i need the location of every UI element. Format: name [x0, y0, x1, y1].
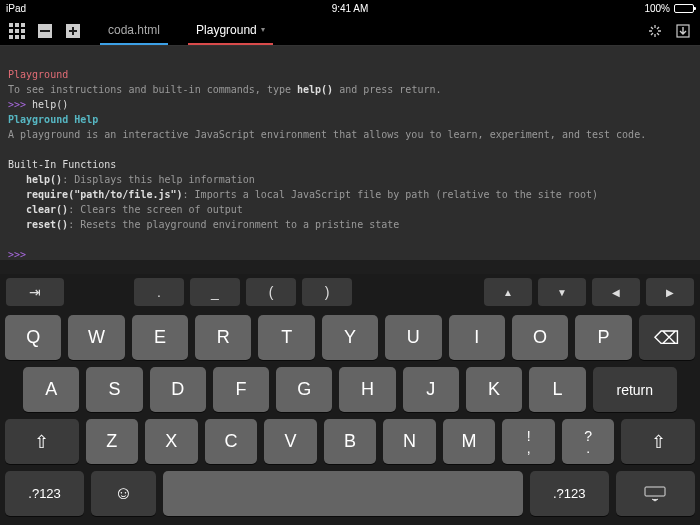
console[interactable]: Playground To see instructions and built…: [0, 46, 700, 260]
keyboard-row-4: .?123 ☺ .?123: [5, 471, 695, 516]
key-e[interactable]: E: [132, 315, 188, 360]
rparen-key[interactable]: ): [302, 278, 352, 306]
key-b[interactable]: B: [324, 419, 377, 464]
svg-rect-10: [40, 30, 50, 32]
svg-rect-6: [9, 35, 13, 39]
key-t[interactable]: T: [258, 315, 314, 360]
tab-file[interactable]: coda.html: [100, 16, 168, 45]
key-g[interactable]: G: [276, 367, 332, 412]
add-icon[interactable]: [62, 20, 84, 42]
battery-icon: [674, 4, 694, 13]
toolbar: coda.html Playground▾: [0, 16, 700, 46]
keyboard-row-3: ⇧ Z X C V B N M !, ?. ⇧: [5, 419, 695, 464]
space-key[interactable]: [163, 471, 523, 516]
key-d[interactable]: D: [150, 367, 206, 412]
key-y[interactable]: Y: [322, 315, 378, 360]
keyboard: ⇥ . _ ( ) ▲ ▼ ◀ ▶ Q W E R T Y U I O P ⌫ …: [0, 274, 700, 525]
key-a[interactable]: A: [23, 367, 79, 412]
tab-file-label: coda.html: [108, 23, 160, 37]
folder-icon[interactable]: [34, 20, 56, 42]
prompt-cursor: >>>: [8, 249, 26, 260]
numbers-key-left[interactable]: .?123: [5, 471, 84, 516]
return-key[interactable]: return: [593, 367, 677, 412]
key-comma[interactable]: !,: [502, 419, 555, 464]
key-o[interactable]: O: [512, 315, 568, 360]
device-label: iPad: [6, 3, 26, 14]
tab-key[interactable]: ⇥: [6, 278, 64, 306]
svg-rect-13: [69, 30, 77, 32]
key-n[interactable]: N: [383, 419, 436, 464]
svg-rect-15: [645, 487, 665, 496]
underscore-key[interactable]: _: [190, 278, 240, 306]
svg-rect-7: [15, 35, 19, 39]
chevron-down-icon: ▾: [261, 25, 265, 34]
shift-key-right[interactable]: ⇧: [621, 419, 695, 464]
key-s[interactable]: S: [86, 367, 142, 412]
right-arrow-key[interactable]: ▶: [646, 278, 694, 306]
key-p[interactable]: P: [575, 315, 631, 360]
backspace-key[interactable]: ⌫: [639, 315, 695, 360]
help-title: Playground Help: [8, 114, 98, 125]
key-period[interactable]: ?.: [562, 419, 615, 464]
svg-rect-0: [9, 23, 13, 27]
numbers-key-right[interactable]: .?123: [530, 471, 609, 516]
grid-icon[interactable]: [6, 20, 28, 42]
key-l[interactable]: L: [529, 367, 585, 412]
emoji-key[interactable]: ☺: [91, 471, 156, 516]
key-i[interactable]: I: [449, 315, 505, 360]
svg-rect-1: [15, 23, 19, 27]
key-x[interactable]: X: [145, 419, 198, 464]
key-w[interactable]: W: [68, 315, 124, 360]
key-j[interactable]: J: [403, 367, 459, 412]
key-k[interactable]: K: [466, 367, 522, 412]
keyboard-accessory: ⇥ . _ ( ) ▲ ▼ ◀ ▶: [0, 274, 700, 310]
svg-rect-2: [21, 23, 25, 27]
download-icon[interactable]: [672, 20, 694, 42]
svg-rect-4: [15, 29, 19, 33]
dot-key[interactable]: .: [134, 278, 184, 306]
battery-percent: 100%: [644, 3, 670, 14]
tab-playground-label: Playground: [196, 23, 257, 37]
svg-rect-5: [21, 29, 25, 33]
key-v[interactable]: V: [264, 419, 317, 464]
key-m[interactable]: M: [443, 419, 496, 464]
hide-keyboard-key[interactable]: [616, 471, 695, 516]
key-f[interactable]: F: [213, 367, 269, 412]
status-bar: iPad 9:41 AM 100%: [0, 0, 700, 16]
key-u[interactable]: U: [385, 315, 441, 360]
keyboard-row-1: Q W E R T Y U I O P ⌫: [5, 315, 695, 360]
svg-rect-8: [21, 35, 25, 39]
left-arrow-key[interactable]: ◀: [592, 278, 640, 306]
up-arrow-key[interactable]: ▲: [484, 278, 532, 306]
wand-icon[interactable]: [644, 20, 666, 42]
console-title: Playground: [8, 69, 68, 80]
key-c[interactable]: C: [205, 419, 258, 464]
tab-playground[interactable]: Playground▾: [188, 16, 273, 45]
key-q[interactable]: Q: [5, 315, 61, 360]
key-z[interactable]: Z: [86, 419, 139, 464]
down-arrow-key[interactable]: ▼: [538, 278, 586, 306]
svg-rect-3: [9, 29, 13, 33]
key-h[interactable]: H: [339, 367, 395, 412]
shift-key-left[interactable]: ⇧: [5, 419, 79, 464]
lparen-key[interactable]: (: [246, 278, 296, 306]
keyboard-row-2: A S D F G H J K L return: [5, 367, 695, 412]
key-r[interactable]: R: [195, 315, 251, 360]
clock: 9:41 AM: [332, 3, 369, 14]
